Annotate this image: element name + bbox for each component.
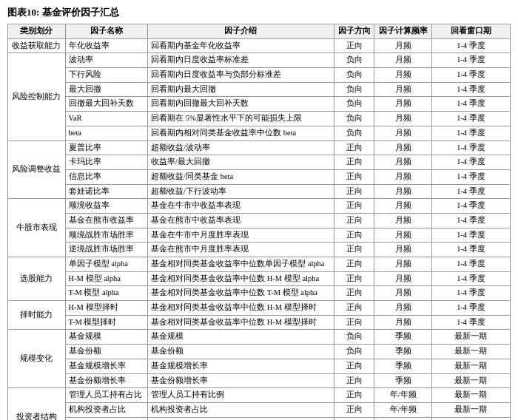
cell-direction: 负向 <box>334 53 374 68</box>
cell-factor-desc: 个人投资者占比 <box>148 417 334 420</box>
cell-direction: 正向 <box>334 359 374 373</box>
cell-factor-desc: 基金相对同类基金收益率中位数单因子模型 alpha <box>148 257 334 272</box>
cell-lookback: 1-4 季度 <box>431 53 510 68</box>
cell-freq: 月频 <box>374 301 432 316</box>
cell-freq: 月频 <box>374 315 432 330</box>
cell-lookback: 最新一期 <box>431 388 510 403</box>
cell-factor-name: 下行风险 <box>65 68 148 83</box>
cell-factor-desc: 基金规模 <box>148 330 334 345</box>
table-row: VaR回看期在 5%显著性水平下的可能损失上限负向月频1-4 季度 <box>8 112 511 126</box>
cell-freq: 月频 <box>374 286 432 301</box>
cell-freq: 月频 <box>374 140 432 155</box>
cell-freq: 月频 <box>374 257 432 272</box>
cell-factor-desc: 超额收益/下行波动率 <box>148 184 334 199</box>
cell-factor-name: 个人投资者占比 <box>65 417 148 420</box>
cell-lookback: 1-4 季度 <box>431 257 510 272</box>
table-row: beta回看期内相对同类基金收益率中位数 beta负向月频1-4 季度 <box>8 126 511 140</box>
cell-freq: 年/年频 <box>374 402 432 417</box>
cell-lookback: 最新一期 <box>431 345 510 359</box>
header-factor-direction: 因子方向 <box>334 24 374 39</box>
cell-direction: 负向 <box>334 345 374 359</box>
cell-factor-desc: 回看期内基金年化收益率 <box>148 38 334 53</box>
cell-lookback: 1-4 季度 <box>431 126 510 140</box>
cell-lookback: 1-4 季度 <box>431 155 510 170</box>
cell-factor-desc: 基金在牛市中收益率表现 <box>148 199 334 214</box>
cell-factor-desc: 回看期内日度收益率标准差 <box>148 53 334 68</box>
cell-factor-name: beta <box>65 126 148 140</box>
cell-lookback: 1-4 季度 <box>431 184 510 199</box>
table-row: 下行风险回看期内日度收益率与负部分标准差负向月频1-4 季度 <box>8 68 511 83</box>
table-row: T-M 模型 alpha基金相对同类基金收益率中位数 T-M 模型 alpha正… <box>8 286 511 301</box>
cell-direction: 负向 <box>334 68 374 83</box>
cell-lookback: 最新一期 <box>431 330 510 345</box>
cell-lookback: 最新一期 <box>431 359 510 373</box>
cell-factor-name: 回撤最大回补天数 <box>65 97 148 112</box>
cell-freq: 季频 <box>374 330 432 345</box>
table-row: 收益获取能力年化收益率回看期内基金年化收益率正向月频1-4 季度 <box>8 38 511 53</box>
cell-factor-name: 管理人员工持有占比 <box>65 388 148 403</box>
cell-direction: 正向 <box>334 271 374 286</box>
cell-lookback: 最新一期 <box>431 373 510 388</box>
cell-factor-name: 年化收益率 <box>65 38 148 53</box>
cell-factor-desc: 回看期在 5%显著性水平下的可能损失上限 <box>148 112 334 126</box>
table-row: 基金份额基金份额负向季频最新一期 <box>8 345 511 359</box>
cell-factor-name: VaR <box>65 112 148 126</box>
table-row: 基金份额增长率基金份额增长率正向季频最新一期 <box>8 373 511 388</box>
cell-direction: 正向 <box>334 373 374 388</box>
cell-lookback: 1-4 季度 <box>431 286 510 301</box>
cell-category: 规模变化 <box>8 330 66 388</box>
cell-lookback: 1-4 季度 <box>431 38 510 53</box>
cell-factor-name: 夏普比率 <box>65 140 148 155</box>
cell-factor-desc: 机构投资者占比 <box>148 402 334 417</box>
table-row: 投资者结构管理人员工持有占比管理人员工持有比例正向年/年频最新一期 <box>8 388 511 403</box>
cell-lookback: 1-4 季度 <box>431 169 510 184</box>
cell-factor-name: 机构投资者占比 <box>65 402 148 417</box>
cell-lookback: 1-4 季度 <box>431 97 510 112</box>
cell-factor-desc: 管理人员工持有比例 <box>148 388 334 403</box>
cell-category: 牛股市表现 <box>8 199 66 257</box>
table-row: 选股能力单因子模型 alpha基金相对同类基金收益率中位数单因子模型 alpha… <box>8 257 511 272</box>
cell-direction: 负向 <box>334 126 374 140</box>
cell-freq: 月频 <box>374 126 432 140</box>
cell-lookback: 最新一期 <box>431 402 510 417</box>
cell-freq: 月频 <box>374 169 432 184</box>
cell-direction: 正向 <box>334 301 374 316</box>
cell-lookback: 1-4 季度 <box>431 112 510 126</box>
cell-category: 择时能力 <box>8 301 66 330</box>
cell-freq: 月频 <box>374 112 432 126</box>
cell-factor-name: T-M 模型 alpha <box>65 286 148 301</box>
table-row: 牛股市表现顺境收益率基金在牛市中收益率表现正向月频1-4 季度 <box>8 199 511 214</box>
cell-factor-name: 基金规模增长率 <box>65 359 148 373</box>
cell-factor-desc: 基金在熊市中月度胜率表现 <box>148 243 334 257</box>
cell-direction: 正向 <box>334 38 374 53</box>
cell-factor-name: T-M 模型择时 <box>65 315 148 330</box>
cell-factor-name: 套娃诺比率 <box>65 184 148 199</box>
cell-direction: 负向 <box>334 97 374 112</box>
cell-factor-desc: 回看期内回撤最大回补天数 <box>148 97 334 112</box>
header-lookback: 回看窗口期 <box>431 24 510 39</box>
cell-freq: 月频 <box>374 199 432 214</box>
table-row: 顺境战胜市场胜率基金在牛市中月度胜率表现正向月频1-4 季度 <box>8 228 511 243</box>
cell-lookback: 最新一期 <box>431 417 510 420</box>
cell-direction: 正向 <box>334 169 374 184</box>
cell-factor-name: 基金在熊市收益率 <box>65 213 148 228</box>
cell-freq: 月频 <box>374 68 432 83</box>
cell-lookback: 1-4 季度 <box>431 228 510 243</box>
cell-direction: 正向 <box>334 228 374 243</box>
cell-factor-name: 基金份额 <box>65 345 148 359</box>
cell-freq: 月频 <box>374 228 432 243</box>
cell-direction: 正向 <box>334 243 374 257</box>
cell-factor-name: 单因子模型 alpha <box>65 257 148 272</box>
cell-factor-name: H-M 模型 alpha <box>65 271 148 286</box>
header-category: 类别划分 <box>8 24 66 39</box>
cell-factor-name: 顺境收益率 <box>65 199 148 214</box>
cell-factor-desc: 回看期内最大回撤 <box>148 82 334 97</box>
cell-direction: 负向 <box>334 330 374 345</box>
cell-freq: 年/年频 <box>374 388 432 403</box>
cell-factor-desc: 基金份额增长率 <box>148 373 334 388</box>
cell-lookback: 1-4 季度 <box>431 315 510 330</box>
cell-category: 风险控制能力 <box>8 53 66 140</box>
cell-factor-desc: 超额收益/同类基金 beta <box>148 169 334 184</box>
cell-category: 选股能力 <box>8 257 66 301</box>
cell-factor-desc: 回看期内日度收益率与负部分标准差 <box>148 68 334 83</box>
